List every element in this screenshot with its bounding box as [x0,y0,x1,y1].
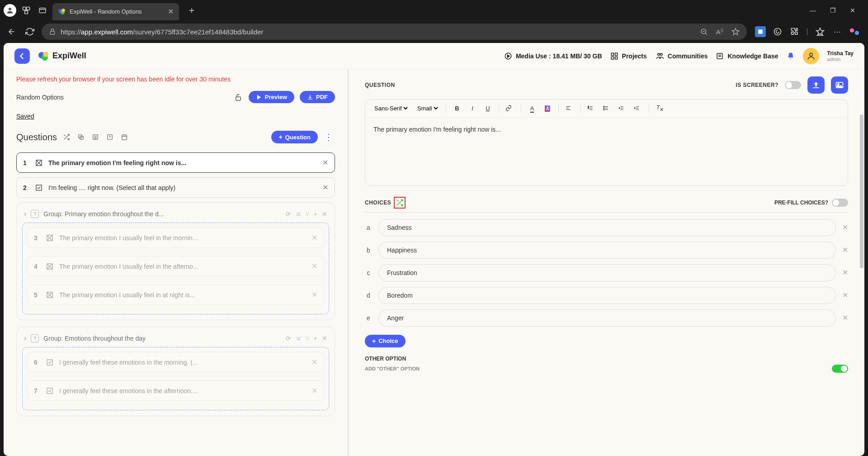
remove-question-icon[interactable]: ✕ [311,358,317,366]
user-avatar[interactable] [803,48,819,64]
choice-input[interactable] [378,264,836,281]
copilot-icon[interactable] [849,26,860,37]
group-add-icon[interactable]: + [314,210,317,218]
remove-question-icon[interactable]: ✕ [322,183,328,192]
bold-icon[interactable]: B [453,105,462,112]
choice-input[interactable] [378,219,836,236]
extensions-icon[interactable] [789,26,800,37]
font-family-select[interactable]: Sans-Serif [373,104,409,112]
question-item[interactable]: 3 The primary emotion I usually feel in … [27,228,324,248]
more-options-icon[interactable]: ⋮ [322,132,335,142]
saved-status[interactable]: Saved [16,113,34,120]
delete-choice-icon[interactable]: ✕ [842,223,848,232]
back-icon[interactable] [5,25,18,38]
unlock-icon[interactable] [234,93,243,101]
favorites-bar-icon[interactable] [815,26,826,37]
help-icon[interactable] [105,132,115,142]
menu-icon[interactable]: ⋯ [832,26,843,37]
group-refresh-icon[interactable]: ⟳ [286,210,291,218]
group-toggle-icon[interactable]: › [24,210,26,218]
indent-icon[interactable] [633,105,642,111]
read-aloud-icon[interactable]: A)) [716,28,723,36]
unordered-list-icon[interactable] [603,105,612,111]
favorite-icon[interactable] [731,28,740,36]
choice-input[interactable] [378,309,836,327]
tab-overview-icon[interactable] [36,4,49,17]
back-button[interactable] [14,48,30,64]
nav-knowledge-base[interactable]: Knowledge Base [716,52,778,60]
group-branch-icon[interactable]: ⑂ [306,335,309,342]
address-bar[interactable]: https://app.expiwell.com/survey/6775ff33… [42,24,747,40]
question-item[interactable]: 1 The primary emotion I'm feeling right … [16,152,335,173]
group-toggle-icon[interactable]: › [24,334,26,342]
copy-icon[interactable] [76,132,86,142]
group-add-icon[interactable]: + [314,335,317,342]
outdent-icon[interactable] [618,105,627,111]
delete-choice-icon[interactable]: ✕ [842,291,848,299]
upload-icon[interactable] [807,76,825,94]
list-icon[interactable] [90,132,100,142]
delete-choice-icon[interactable]: ✕ [842,314,848,322]
is-screener-toggle[interactable] [785,81,801,89]
choice-input[interactable] [378,242,836,259]
maximize-icon[interactable]: ❐ [828,7,837,14]
brand-logo[interactable]: ExpiWell [38,51,86,62]
clear-format-icon[interactable]: T✕ [656,104,665,113]
add-question-button[interactable]: +Question [271,131,318,143]
question-text-input[interactable]: The primary emotion I'm feeling right no… [365,118,848,185]
shuffle-choices-icon[interactable] [396,199,404,207]
shuffle-questions-icon[interactable] [61,132,71,142]
italic-icon[interactable]: I [468,105,477,112]
font-size-select[interactable]: Small [415,104,439,112]
group-remove-icon[interactable]: ✕ [322,210,327,218]
question-item[interactable]: 5 The primary emotion I usually feel in … [27,285,324,305]
browser-tab[interactable]: ExpiWell - Random Options ✕ [52,3,179,20]
ordered-list-icon[interactable]: 12 [587,105,596,111]
question-item[interactable]: 2 I'm feeling .... right now. (Select al… [16,177,335,198]
delete-choice-icon[interactable]: ✕ [842,268,848,277]
other-option-toggle[interactable] [832,365,848,373]
image-icon[interactable] [831,76,848,94]
group-shuffle-icon[interactable]: ⤮ [296,335,301,342]
align-icon[interactable] [565,105,574,111]
link-icon[interactable] [505,105,514,111]
group-title: Group: Emotions throughout the day [43,335,281,342]
underline-icon[interactable]: U [483,105,492,112]
refresh-icon[interactable] [24,25,36,38]
nav-projects[interactable]: Projects [610,52,647,60]
close-window-icon[interactable]: ✕ [848,7,857,14]
workspaces-icon[interactable] [20,4,33,17]
remove-question-icon[interactable]: ✕ [311,386,317,395]
grammarly-icon[interactable] [772,26,783,37]
tab-close-icon[interactable]: ✕ [168,7,174,16]
group-refresh-icon[interactable]: ⟳ [286,335,291,342]
choice-input[interactable] [378,287,836,304]
profile-avatar-icon[interactable] [4,4,16,17]
collections-icon[interactable] [755,26,766,37]
minimize-icon[interactable]: — [808,7,817,14]
remove-question-icon[interactable]: ✕ [311,233,317,242]
preview-button[interactable]: Preview [249,91,294,103]
question-item[interactable]: 6 I generally feel these emotions in the… [27,352,324,372]
nav-communities[interactable]: Communities [655,52,708,60]
group-remove-icon[interactable]: ✕ [322,335,327,342]
prefill-toggle[interactable] [832,199,848,207]
new-tab-button[interactable]: ＋ [183,4,201,16]
group-shuffle-icon[interactable]: ⤮ [296,210,301,218]
remove-question-icon[interactable]: ✕ [311,262,317,271]
delete-choice-icon[interactable]: ✕ [842,246,848,254]
right-scrollbar[interactable] [860,114,863,395]
question-item[interactable]: 4 The primary emotion I usually feel in … [27,256,324,276]
group-branch-icon[interactable]: ⑂ [306,210,309,218]
add-choice-button[interactable]: +Choice [365,335,406,347]
text-color-icon[interactable]: A [528,105,537,112]
zoom-icon[interactable] [700,28,708,36]
question-item[interactable]: 7 I generally feel these emotions in the… [27,380,324,401]
notifications-icon[interactable] [787,52,795,60]
remove-question-icon[interactable]: ✕ [322,158,328,167]
calendar-icon[interactable] [119,132,129,142]
remove-question-icon[interactable]: ✕ [311,290,317,299]
url-text: https://app.expiwell.com/survey/6775ff33… [61,28,263,36]
pdf-button[interactable]: PDF [300,91,335,103]
highlight-icon[interactable]: A [543,105,552,112]
